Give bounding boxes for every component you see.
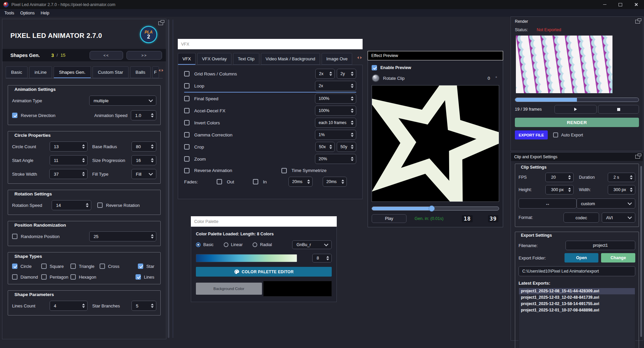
export-list-item[interactable]: project1_2025-12-08_15-41-44-428309.avi [519, 288, 635, 294]
spinner-arrows-icon[interactable] [568, 175, 571, 180]
render-button[interactable]: RENDER [515, 118, 639, 127]
grid-y-input[interactable]: 2y [337, 69, 356, 79]
tab-inline[interactable]: inLine [29, 66, 52, 78]
export-list-item[interactable]: project1_2025-12-01_10-37-08-848898.avi [519, 307, 635, 313]
rotate-clip-value[interactable]: 0 [488, 76, 490, 81]
spinner-arrows-icon[interactable] [151, 158, 154, 163]
fill-type-select[interactable]: Fill [131, 169, 156, 179]
star-branches-input[interactable]: 5 [131, 301, 156, 311]
final-speed-input[interactable]: 100% [315, 94, 356, 104]
spinner-arrows-icon[interactable] [82, 172, 85, 176]
randomize-position-checkbox[interactable] [12, 234, 17, 239]
radial-radio[interactable] [253, 242, 257, 247]
tab-image-overlay[interactable]: Image Ove [322, 53, 353, 65]
spinner-arrows-icon[interactable] [151, 234, 154, 239]
tab-video-mask[interactable]: Video Mask / Background [261, 53, 320, 65]
animation-type-select[interactable]: multiple [89, 96, 156, 106]
spinner-arrows-icon[interactable] [351, 97, 354, 101]
spinner-arrows-icon[interactable] [326, 256, 329, 260]
popout-icon[interactable] [635, 20, 640, 23]
minimize-button[interactable] [597, 0, 612, 9]
loop-input[interactable]: 2x [315, 81, 356, 91]
scroll-left-icon[interactable] [357, 56, 359, 59]
spinner-arrows-icon[interactable] [82, 304, 85, 308]
size-mode-select[interactable]: custom [577, 198, 635, 209]
slider-thumb[interactable] [429, 206, 435, 212]
spinner-arrows-icon[interactable] [351, 133, 354, 137]
shape-triangle[interactable]: Triangle [70, 264, 100, 269]
grid-x-input[interactable]: 2x [315, 69, 335, 79]
scroll-right-icon[interactable] [360, 56, 362, 59]
spinner-arrows-icon[interactable] [351, 145, 354, 149]
diamond-checkbox[interactable] [12, 274, 17, 280]
popout-icon[interactable] [635, 155, 640, 159]
accel-decel-input[interactable]: 100% [315, 106, 356, 116]
shape-square[interactable]: Square [41, 264, 70, 269]
export-path-field[interactable]: C:\Users\led10\Pixel Led Animator\export [519, 266, 635, 276]
tab-basic[interactable]: Basic [6, 66, 28, 78]
spinner-arrows-icon[interactable] [630, 175, 633, 180]
crop-x-input[interactable]: 50x [315, 142, 335, 152]
spinner-arrows-icon[interactable] [82, 158, 85, 163]
codec-button[interactable]: codec [564, 213, 599, 223]
spinner-arrows-icon[interactable] [568, 188, 571, 192]
crop-y-input[interactable]: 50y [337, 142, 356, 152]
base-radius-input[interactable]: 80 [131, 141, 156, 152]
preview-play-button[interactable]: Play [372, 214, 407, 223]
reverse-rotation-checkbox[interactable] [97, 202, 103, 208]
basic-radio[interactable] [196, 242, 201, 247]
section-scrollbar[interactable] [640, 166, 642, 337]
grid-rows-columns-checkbox[interactable] [184, 71, 190, 76]
invert-colors-checkbox[interactable] [184, 120, 190, 125]
square-checkbox[interactable] [41, 264, 47, 269]
render-stop-button[interactable] [598, 105, 639, 114]
render-play-button[interactable] [554, 105, 597, 114]
export-file-button[interactable]: EXPORT FILE [515, 130, 548, 139]
animation-speed-input[interactable]: 1.0 [131, 110, 156, 120]
change-folder-button[interactable]: Change [601, 253, 635, 263]
crop-checkbox[interactable] [184, 144, 190, 150]
aspect-ratio-button[interactable]: ↔ [519, 198, 577, 209]
background-color-swatch[interactable] [263, 281, 332, 296]
loop-checkbox[interactable] [184, 83, 190, 89]
tab-vfx-overlay[interactable]: VFX Overlay [197, 53, 231, 65]
fade-out-checkbox[interactable] [217, 179, 222, 184]
spinner-arrows-icon[interactable] [329, 72, 332, 76]
open-folder-button[interactable]: Open [565, 253, 599, 263]
tab-truncated[interactable]: F [152, 66, 159, 78]
spinner-arrows-icon[interactable] [307, 180, 310, 184]
enable-preview-checkbox[interactable] [372, 65, 377, 70]
gamma-correction-input[interactable]: 1% [315, 130, 356, 140]
filename-input[interactable]: project1 [566, 241, 635, 250]
container-select[interactable]: AVI [602, 213, 635, 223]
reverse-direction-checkbox[interactable] [12, 113, 17, 118]
fps-input[interactable]: 20 [545, 173, 574, 182]
scroll-left-icon[interactable] [159, 69, 160, 72]
background-color-button[interactable]: Background Color [196, 283, 262, 295]
spinner-arrows-icon[interactable] [82, 144, 85, 149]
stroke-width-input[interactable]: 37 [49, 169, 87, 179]
shape-cross[interactable]: Cross [100, 264, 124, 269]
shape-hexagon[interactable]: Hexagon [70, 274, 100, 280]
tab-shapes-gen[interactable]: Shapes Gen. [54, 66, 91, 78]
palette-name-select[interactable]: GnBu_r [292, 240, 332, 249]
pager-prev-button[interactable]: << [90, 51, 123, 60]
preview-timeline-slider[interactable] [372, 207, 499, 211]
menu-tools[interactable]: Tools [1, 10, 17, 16]
close-button[interactable] [628, 0, 644, 9]
start-angle-input[interactable]: 11 [50, 155, 88, 165]
size-progression-input[interactable]: 16 [131, 155, 156, 165]
pager-next-button[interactable]: >> [126, 51, 162, 60]
hexagon-checkbox[interactable] [70, 274, 76, 280]
auto-export-checkbox[interactable] [553, 132, 558, 137]
shape-circle[interactable]: Circle [12, 264, 41, 269]
tab-custom-star[interactable]: Custom Star [93, 66, 128, 78]
zoom-input[interactable]: 20% [315, 154, 356, 164]
menu-help[interactable]: Help [38, 10, 52, 16]
spinner-arrows-icon[interactable] [341, 180, 344, 184]
circle-checkbox[interactable] [12, 264, 17, 269]
linear-radio[interactable] [224, 242, 228, 247]
reverse-animation-checkbox[interactable] [184, 168, 190, 173]
spinner-arrows-icon[interactable] [86, 203, 89, 208]
spinner-arrows-icon[interactable] [351, 157, 354, 161]
